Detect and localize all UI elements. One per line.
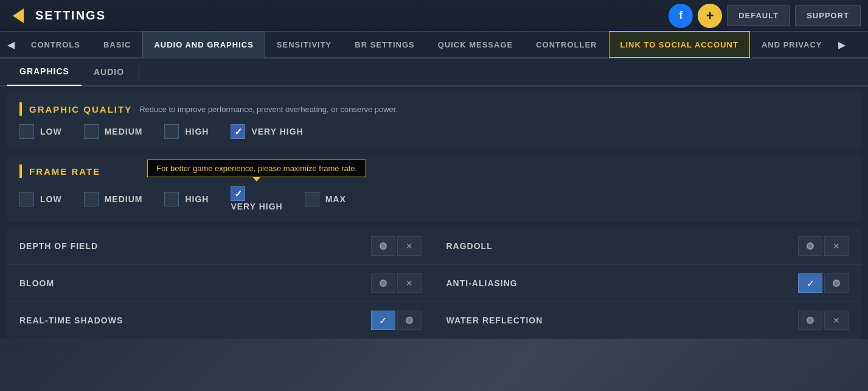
fr-medium[interactable]: MEDIUM <box>84 192 143 206</box>
gq-low[interactable]: LOW <box>19 124 62 139</box>
tab-controller[interactable]: CONTROLLER <box>524 31 608 58</box>
default-button[interactable]: DEFAULT <box>727 5 790 26</box>
realtime-shadows-label: REAL-TIME SHADOWS <box>19 315 371 325</box>
fr-low[interactable]: LOW <box>19 192 62 206</box>
frame-rate-section: FRAME RATE LOW MEDIUM HIGH For better ga… <box>7 155 861 222</box>
tab-controls[interactable]: CONTROLS <box>19 31 92 58</box>
tab-basic[interactable]: BASIC <box>92 31 142 58</box>
depth-of-field-toggles: ✕ <box>371 236 422 256</box>
gq-low-checkbox[interactable] <box>19 124 34 139</box>
anti-aliasing-toggles: ✓ <box>798 273 849 293</box>
fr-high-checkbox[interactable] <box>164 192 179 206</box>
realtime-shadows-off-btn[interactable] <box>397 311 422 330</box>
depth-of-field-off-btn[interactable]: ✕ <box>397 236 422 256</box>
frame-rate-options: LOW MEDIUM HIGH For better game experien… <box>19 186 849 212</box>
fr-max-checkbox[interactable] <box>305 192 319 206</box>
feature-row-1: DEPTH OF FIELD ✕ RAGDOLL <box>7 228 861 265</box>
nav-next-arrow[interactable]: ▶ <box>833 31 850 58</box>
depth-of-field-label: DEPTH OF FIELD <box>19 241 371 251</box>
fr-very-high[interactable]: For better game experience, please maxim… <box>231 186 282 212</box>
section-accent-2 <box>19 164 22 178</box>
sub-tab-graphics[interactable]: GRAPHICS <box>7 58 82 86</box>
graphic-quality-section: GRAPHIC QUALITY Reduce to improve perfor… <box>7 93 861 149</box>
support-button[interactable]: SUPPORT <box>795 5 861 26</box>
water-reflection-label: WATER REFLECTION <box>446 315 799 325</box>
fr-max[interactable]: MAX <box>305 192 346 206</box>
depth-of-field-x-icon: ✕ <box>406 241 413 251</box>
bloom-on-btn[interactable] <box>371 273 395 293</box>
tab-privacy[interactable]: AND PRIVACY <box>750 31 834 58</box>
depth-of-field-on-btn[interactable] <box>371 236 395 256</box>
bloom-x-icon: ✕ <box>406 278 413 288</box>
water-reflection-on-btn[interactable] <box>798 311 822 330</box>
sub-tab-divider <box>139 65 139 79</box>
graphic-quality-desc: Reduce to improve performance, prevent o… <box>139 105 398 114</box>
feature-rows: DEPTH OF FIELD ✕ RAGDOLL <box>7 228 861 339</box>
gq-very-high-checkbox[interactable]: ✓ <box>231 124 245 139</box>
fr-very-high-checkbox[interactable]: ✓ <box>231 186 245 201</box>
ragdoll-cell: RAGDOLL ✕ <box>434 228 861 264</box>
bloom-label: BLOOM <box>19 278 371 288</box>
water-reflection-circle-icon <box>807 317 814 324</box>
frame-rate-header: FRAME RATE <box>19 164 849 178</box>
fr-medium-checkbox[interactable] <box>84 192 99 206</box>
realtime-shadows-on-btn[interactable]: ✓ <box>371 311 395 330</box>
app-container: SETTINGS f + DEFAULT SUPPORT ◀ CONTROLS … <box>0 0 868 391</box>
fr-low-label: LOW <box>40 194 62 204</box>
nav-prev-arrow[interactable]: ◀ <box>2 31 19 58</box>
fr-high-label: HIGH <box>185 194 209 204</box>
depth-of-field-cell: DEPTH OF FIELD ✕ <box>7 228 434 264</box>
page-title: SETTINGS <box>35 9 668 23</box>
gq-medium-checkbox[interactable] <box>84 124 99 139</box>
ragdoll-off-btn[interactable]: ✕ <box>824 236 849 256</box>
bloom-off-btn[interactable]: ✕ <box>397 273 422 293</box>
sub-tab-audio[interactable]: AUDIO <box>82 58 136 86</box>
tab-audio-graphics[interactable]: AUDIO AND GRAPHICS <box>142 31 265 58</box>
back-arrow-icon <box>13 9 24 23</box>
gq-very-high[interactable]: ✓ VERY HIGH <box>231 124 303 139</box>
fr-very-high-check-icon: ✓ <box>234 188 242 200</box>
fr-very-high-label: VERY HIGH <box>231 202 282 211</box>
anti-aliasing-label: ANTI-ALIASING <box>446 278 799 288</box>
water-reflection-off-btn[interactable]: ✕ <box>824 311 849 330</box>
top-bar: SETTINGS f + DEFAULT SUPPORT <box>0 0 868 32</box>
back-button[interactable] <box>7 5 29 27</box>
anti-aliasing-cell: ANTI-ALIASING ✓ <box>434 265 861 301</box>
feature-row-2: BLOOM ✕ ANTI-ALIASING ✓ <box>7 265 861 302</box>
top-right-actions: f + DEFAULT SUPPORT <box>668 4 861 28</box>
anti-aliasing-on-btn[interactable]: ✓ <box>798 273 822 293</box>
gq-very-high-label: VERY HIGH <box>251 127 303 136</box>
graphic-quality-options: LOW MEDIUM HIGH ✓ VERY HIGH <box>19 124 849 139</box>
fr-max-label: MAX <box>325 194 346 204</box>
gq-low-label: LOW <box>40 127 62 136</box>
bloom-cell: BLOOM ✕ <box>7 265 434 301</box>
water-reflection-x-icon: ✕ <box>833 315 840 325</box>
facebook-button[interactable]: f <box>668 4 693 28</box>
tab-quick-message[interactable]: QUICK MESSAGE <box>426 31 525 58</box>
gq-medium[interactable]: MEDIUM <box>84 124 143 139</box>
frame-rate-tooltip: For better game experience, please maxim… <box>147 160 366 177</box>
water-reflection-toggles: ✕ <box>798 311 849 330</box>
ragdoll-x-icon: ✕ <box>833 241 840 251</box>
gq-high[interactable]: HIGH <box>164 124 209 139</box>
section-accent <box>19 102 22 116</box>
fr-low-checkbox[interactable] <box>19 192 34 206</box>
realtime-shadows-check-icon: ✓ <box>379 315 387 326</box>
graphic-quality-title: GRAPHIC QUALITY <box>29 104 132 114</box>
fr-high[interactable]: HIGH <box>164 192 209 206</box>
bloom-toggles: ✕ <box>371 273 422 293</box>
tab-br-settings[interactable]: BR SETTINGS <box>343 31 426 58</box>
sub-tab-navigation: GRAPHICS AUDIO <box>0 58 868 86</box>
tab-social[interactable]: LINK TO SOCIAL ACCOUNT <box>609 31 750 58</box>
tab-sensitivity[interactable]: SENSITIVITY <box>265 31 343 58</box>
realtime-shadows-toggles: ✓ <box>371 311 422 330</box>
anti-aliasing-off-btn[interactable] <box>824 273 849 293</box>
ragdoll-on-btn[interactable] <box>798 236 822 256</box>
ragdoll-label: RAGDOLL <box>446 241 799 251</box>
plus-button[interactable]: + <box>698 4 722 28</box>
gq-high-label: HIGH <box>185 127 209 136</box>
anti-aliasing-circle-icon <box>833 280 840 287</box>
frame-rate-title: FRAME RATE <box>29 166 100 177</box>
gq-high-checkbox[interactable] <box>164 124 179 139</box>
depth-of-field-circle-icon <box>380 242 387 250</box>
